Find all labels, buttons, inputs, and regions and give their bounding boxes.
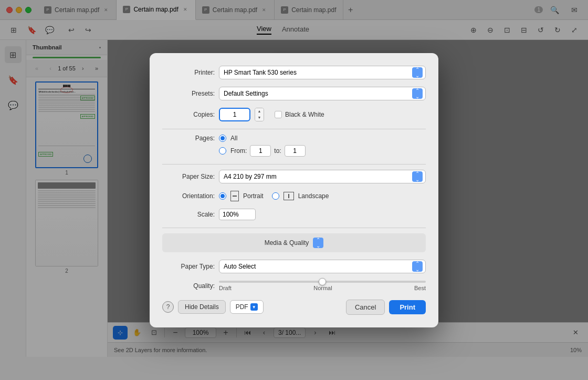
print-button[interactable]: Print [389, 300, 426, 314]
bw-checkbox[interactable] [275, 111, 282, 118]
paper-type-row: Paper Type: Auto Select ⌃⌄ [162, 260, 426, 273]
divider-3 [162, 228, 426, 228]
orientation-row: Orientation: Portrait Land [162, 191, 426, 201]
orientation-label: Orientation: [162, 192, 215, 200]
media-quality-section[interactable]: Media & Quality ⌃⌄ [162, 233, 426, 252]
quality-normal: Normal [313, 285, 332, 291]
landscape-icon [284, 192, 294, 200]
quality-thumb[interactable] [319, 278, 326, 285]
copies-stepper: ▲ ▼ [255, 108, 264, 121]
pages-radio-group: All From: to: [219, 135, 426, 157]
paper-size-label: Paper Size: [162, 173, 215, 180]
orientation-options: Portrait Landscape [219, 191, 426, 201]
pages-all-label: All [230, 135, 237, 142]
media-quality-label: Media & Quality [265, 239, 309, 247]
media-quality-arrow: ⌃⌄ [313, 238, 323, 248]
cancel-button[interactable]: Cancel [346, 300, 385, 315]
pages-row: Pages: All From: to: [162, 135, 426, 157]
presets-row: Presets: Default Settings ⌃⌄ [162, 87, 426, 100]
quality-draft: Draft [219, 285, 232, 291]
printer-label: Printer: [162, 69, 215, 76]
copies-row: Copies: ▲ ▼ Black & White [162, 108, 426, 121]
paper-size-row: Paper Size: A4 210 by 297 mm ⌃⌄ [162, 170, 426, 183]
pages-all-radio[interactable] [219, 135, 226, 142]
quality-row: Quality: Draft Normal Best [162, 281, 426, 291]
to-label: to: [274, 147, 281, 155]
from-label: From: [230, 147, 247, 155]
copies-input[interactable] [219, 108, 250, 121]
help-button[interactable]: ? [162, 301, 174, 313]
printer-row: Printer: HP Smart Tank 530 series ⌃⌄ [162, 66, 426, 79]
printer-select[interactable]: HP Smart Tank 530 series [219, 66, 426, 79]
quality-track [219, 281, 426, 283]
paper-type-wrapper: Auto Select ⌃⌄ [219, 260, 426, 273]
pdf-btn-label: PDF [236, 303, 248, 311]
pages-all-option: All [219, 135, 426, 142]
quality-label: Quality: [162, 282, 215, 290]
quality-labels: Draft Normal Best [219, 285, 426, 291]
print-dialog: Printer: HP Smart Tank 530 series ⌃⌄ Pre… [150, 53, 438, 327]
portrait-option: Portrait [219, 191, 264, 201]
dialog-overlay: Printer: HP Smart Tank 530 series ⌃⌄ Pre… [0, 0, 588, 380]
from-to-row: From: to: [230, 145, 306, 157]
scale-input[interactable] [219, 209, 256, 220]
pages-range-option: From: to: [219, 145, 426, 157]
copies-up-btn[interactable]: ▲ [255, 108, 264, 115]
pages-range-radio[interactable] [219, 147, 226, 155]
landscape-option: Landscape [272, 192, 329, 200]
landscape-label: Landscape [298, 192, 329, 200]
presets-label: Presets: [162, 90, 215, 97]
quality-slider-container: Draft Normal Best [219, 281, 426, 291]
hide-details-button[interactable]: Hide Details [178, 300, 226, 314]
pdf-arrow-icon: ▼ [250, 303, 258, 311]
pages-label: Pages: [162, 135, 215, 142]
bw-label: Black & White [285, 111, 324, 118]
to-input[interactable] [285, 145, 306, 157]
landscape-radio[interactable] [272, 192, 279, 200]
scale-row: Scale: [162, 209, 426, 220]
paper-type-select[interactable]: Auto Select [219, 260, 426, 273]
paper-size-wrapper: A4 210 by 297 mm ⌃⌄ [219, 170, 426, 183]
divider-2 [162, 164, 426, 165]
portrait-icon [230, 191, 239, 201]
dialog-footer: ? Hide Details PDF ▼ Cancel Print [162, 300, 426, 315]
printer-select-wrapper: HP Smart Tank 530 series ⌃⌄ [219, 66, 426, 79]
from-input[interactable] [250, 145, 271, 157]
paper-size-select[interactable]: A4 210 by 297 mm [219, 170, 426, 183]
divider-1 [162, 129, 426, 129]
paper-type-label: Paper Type: [162, 263, 215, 270]
copies-label: Copies: [162, 111, 215, 118]
presets-select-wrapper: Default Settings ⌃⌄ [219, 87, 426, 100]
presets-select[interactable]: Default Settings [219, 87, 426, 100]
scale-label: Scale: [162, 211, 215, 218]
portrait-radio[interactable] [219, 192, 226, 200]
portrait-label: Portrait [243, 192, 264, 200]
pdf-button[interactable]: PDF ▼ [230, 300, 264, 314]
app-window: P Certain map.pdf ✕ P Certain map.pdf ✕ … [0, 0, 588, 380]
quality-best: Best [414, 285, 426, 291]
bw-checkbox-label: Black & White [275, 111, 324, 118]
copies-down-btn[interactable]: ▼ [255, 115, 264, 121]
